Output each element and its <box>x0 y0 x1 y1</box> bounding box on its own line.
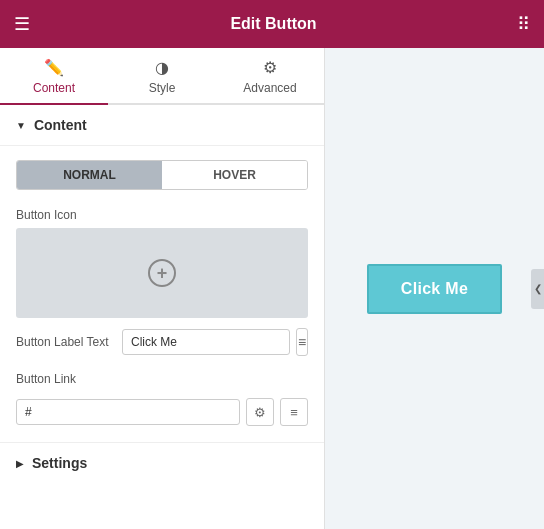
content-tab-icon: ✏️ <box>44 58 64 77</box>
header: ☰ Edit Button ⠿ <box>0 0 544 48</box>
lines-icon: ≡ <box>298 334 306 350</box>
button-label-options-btn[interactable]: ≡ <box>296 328 308 356</box>
chevron-left-icon: ❮ <box>534 283 542 294</box>
left-panel: ✏️ Content ◑ Style ⚙ Advanced ▼ Content … <box>0 48 325 529</box>
canvas-area: ❮ Click Me <box>325 48 544 529</box>
advanced-tab-icon: ⚙ <box>263 58 277 77</box>
tab-style[interactable]: ◑ Style <box>108 48 216 103</box>
button-label-input[interactable] <box>122 329 290 355</box>
button-link-input[interactable] <box>16 399 240 425</box>
button-icon-label: Button Icon <box>16 208 308 222</box>
panel-collapse-handle[interactable]: ❮ <box>531 269 544 309</box>
button-label-row: Button Label Text ≡ <box>16 328 308 356</box>
header-title: Edit Button <box>230 15 316 33</box>
gear-icon: ⚙ <box>254 405 266 420</box>
button-link-row: ⚙ ≡ <box>16 398 308 426</box>
content-section-header[interactable]: ▼ Content <box>0 105 324 146</box>
button-label-text-label: Button Label Text <box>16 335 116 349</box>
settings-label: Settings <box>32 455 87 471</box>
settings-section-header[interactable]: ▶ Settings <box>0 442 324 483</box>
style-tab-icon: ◑ <box>155 58 169 77</box>
tab-advanced[interactable]: ⚙ Advanced <box>216 48 324 103</box>
preview-button[interactable]: Click Me <box>367 264 502 314</box>
content-arrow-icon: ▼ <box>16 120 26 131</box>
content-section-label: Content <box>34 117 87 133</box>
button-link-label: Button Link <box>16 372 308 386</box>
lines-icon-2: ≡ <box>290 405 298 420</box>
button-link-options-btn[interactable]: ≡ <box>280 398 308 426</box>
add-icon-btn[interactable]: + <box>148 259 176 287</box>
hover-toggle-btn[interactable]: HOVER <box>162 161 307 189</box>
normal-hover-toggle: NORMAL HOVER <box>16 160 308 190</box>
tab-content[interactable]: ✏️ Content <box>0 48 108 105</box>
plus-symbol: + <box>157 263 168 284</box>
normal-toggle-btn[interactable]: NORMAL <box>17 161 162 189</box>
settings-arrow-icon: ▶ <box>16 458 24 469</box>
icon-picker-area[interactable]: + <box>16 228 308 318</box>
main-layout: ✏️ Content ◑ Style ⚙ Advanced ▼ Content … <box>0 48 544 529</box>
menu-icon[interactable]: ☰ <box>14 13 30 35</box>
button-link-settings-btn[interactable]: ⚙ <box>246 398 274 426</box>
tabs-bar: ✏️ Content ◑ Style ⚙ Advanced <box>0 48 324 105</box>
grid-icon[interactable]: ⠿ <box>517 13 530 35</box>
